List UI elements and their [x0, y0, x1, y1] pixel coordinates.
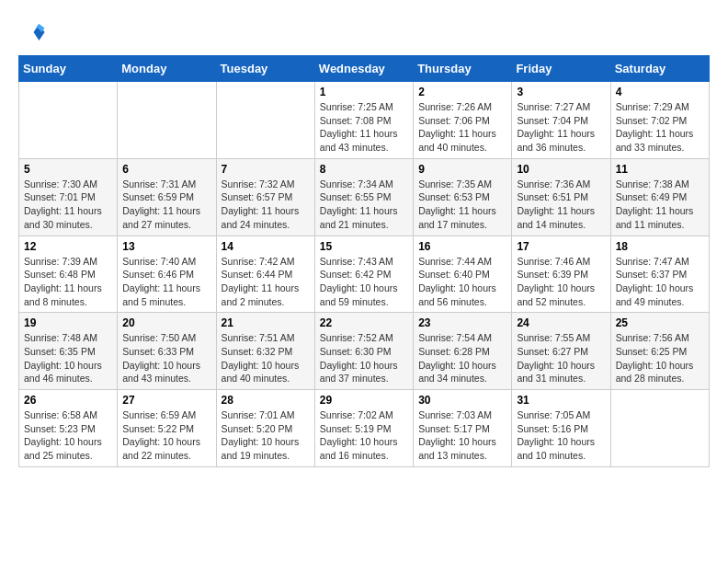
day-cell: 12Sunrise: 7:39 AM Sunset: 6:48 PM Dayli…	[19, 236, 118, 313]
day-cell: 17Sunrise: 7:46 AM Sunset: 6:39 PM Dayli…	[512, 236, 610, 313]
day-info: Sunrise: 7:36 AM Sunset: 6:51 PM Dayligh…	[517, 178, 605, 232]
day-number: 31	[517, 394, 605, 407]
day-cell	[610, 390, 709, 467]
week-row-3: 12Sunrise: 7:39 AM Sunset: 6:48 PM Dayli…	[19, 236, 710, 313]
day-info: Sunrise: 7:26 AM Sunset: 7:06 PM Dayligh…	[418, 100, 506, 155]
day-info: Sunrise: 7:43 AM Sunset: 6:42 PM Dayligh…	[320, 255, 408, 309]
day-number: 24	[517, 316, 605, 329]
day-cell: 26Sunrise: 6:58 AM Sunset: 5:23 PM Dayli…	[19, 390, 118, 467]
day-number: 5	[24, 163, 112, 176]
day-number: 8	[320, 163, 408, 176]
day-number: 20	[122, 316, 210, 329]
day-number: 29	[320, 394, 408, 407]
week-row-2: 5Sunrise: 7:30 AM Sunset: 7:01 PM Daylig…	[19, 158, 710, 236]
day-info: Sunrise: 7:54 AM Sunset: 6:28 PM Dayligh…	[418, 331, 506, 385]
day-number: 11	[616, 163, 704, 176]
day-cell: 14Sunrise: 7:42 AM Sunset: 6:44 PM Dayli…	[216, 236, 314, 313]
day-info: Sunrise: 6:58 AM Sunset: 5:23 PM Dayligh…	[24, 408, 112, 463]
weekday-saturday: Saturday	[610, 56, 709, 82]
day-info: Sunrise: 7:02 AM Sunset: 5:19 PM Dayligh…	[320, 408, 408, 463]
day-info: Sunrise: 7:27 AM Sunset: 7:04 PM Dayligh…	[517, 100, 605, 155]
day-number: 19	[24, 316, 112, 329]
weekday-header-row: SundayMondayTuesdayWednesdayThursdayFrid…	[19, 56, 710, 82]
page-header	[18, 18, 710, 46]
day-cell: 13Sunrise: 7:40 AM Sunset: 6:46 PM Dayli…	[118, 236, 216, 313]
week-row-4: 19Sunrise: 7:48 AM Sunset: 6:35 PM Dayli…	[19, 313, 710, 390]
day-number: 18	[616, 240, 704, 253]
logo	[18, 18, 50, 46]
day-cell: 20Sunrise: 7:50 AM Sunset: 6:33 PM Dayli…	[118, 313, 216, 390]
weekday-wednesday: Wednesday	[314, 56, 413, 82]
day-info: Sunrise: 7:50 AM Sunset: 6:33 PM Dayligh…	[122, 331, 210, 385]
day-info: Sunrise: 7:56 AM Sunset: 6:25 PM Dayligh…	[616, 331, 704, 385]
weekday-sunday: Sunday	[19, 56, 118, 82]
day-cell: 18Sunrise: 7:47 AM Sunset: 6:37 PM Dayli…	[610, 236, 709, 313]
day-info: Sunrise: 7:40 AM Sunset: 6:46 PM Dayligh…	[122, 255, 210, 309]
day-cell: 2Sunrise: 7:26 AM Sunset: 7:06 PM Daylig…	[414, 82, 512, 159]
day-cell: 29Sunrise: 7:02 AM Sunset: 5:19 PM Dayli…	[314, 390, 413, 467]
day-info: Sunrise: 7:01 AM Sunset: 5:20 PM Dayligh…	[222, 408, 310, 463]
day-cell: 25Sunrise: 7:56 AM Sunset: 6:25 PM Dayli…	[610, 313, 709, 390]
day-number: 2	[418, 86, 506, 98]
day-cell	[216, 82, 314, 159]
day-info: Sunrise: 7:05 AM Sunset: 5:16 PM Dayligh…	[517, 408, 605, 463]
day-number: 21	[222, 316, 310, 329]
day-cell: 22Sunrise: 7:52 AM Sunset: 6:30 PM Dayli…	[314, 313, 413, 390]
day-cell: 24Sunrise: 7:55 AM Sunset: 6:27 PM Dayli…	[512, 313, 610, 390]
day-number: 28	[222, 394, 310, 407]
day-number: 6	[122, 163, 210, 176]
day-cell: 31Sunrise: 7:05 AM Sunset: 5:16 PM Dayli…	[512, 390, 610, 467]
day-info: Sunrise: 7:29 AM Sunset: 7:02 PM Dayligh…	[616, 100, 704, 155]
day-number: 4	[616, 86, 704, 98]
day-number: 16	[418, 240, 506, 253]
day-number: 9	[418, 163, 506, 176]
day-cell	[118, 82, 216, 159]
weekday-thursday: Thursday	[414, 56, 512, 82]
weekday-friday: Friday	[512, 56, 610, 82]
day-cell: 16Sunrise: 7:44 AM Sunset: 6:40 PM Dayli…	[414, 236, 512, 313]
day-info: Sunrise: 7:35 AM Sunset: 6:53 PM Dayligh…	[418, 178, 506, 232]
day-number: 27	[122, 394, 210, 407]
day-cell: 3Sunrise: 7:27 AM Sunset: 7:04 PM Daylig…	[512, 82, 610, 159]
day-info: Sunrise: 7:47 AM Sunset: 6:37 PM Dayligh…	[616, 255, 704, 309]
day-cell: 8Sunrise: 7:34 AM Sunset: 6:55 PM Daylig…	[314, 158, 413, 236]
weekday-monday: Monday	[118, 56, 216, 82]
day-cell: 5Sunrise: 7:30 AM Sunset: 7:01 PM Daylig…	[19, 158, 118, 236]
week-row-1: 1Sunrise: 7:25 AM Sunset: 7:08 PM Daylig…	[19, 82, 710, 159]
day-info: Sunrise: 7:46 AM Sunset: 6:39 PM Dayligh…	[517, 255, 605, 309]
day-cell: 1Sunrise: 7:25 AM Sunset: 7:08 PM Daylig…	[314, 82, 413, 159]
day-cell: 15Sunrise: 7:43 AM Sunset: 6:42 PM Dayli…	[314, 236, 413, 313]
day-number: 26	[24, 394, 112, 407]
day-info: Sunrise: 7:30 AM Sunset: 7:01 PM Dayligh…	[24, 178, 112, 232]
day-number: 17	[517, 240, 605, 253]
day-cell: 11Sunrise: 7:38 AM Sunset: 6:49 PM Dayli…	[610, 158, 709, 236]
day-cell: 30Sunrise: 7:03 AM Sunset: 5:17 PM Dayli…	[414, 390, 512, 467]
day-number: 22	[320, 316, 408, 329]
day-cell: 27Sunrise: 6:59 AM Sunset: 5:22 PM Dayli…	[118, 390, 216, 467]
calendar: SundayMondayTuesdayWednesdayThursdayFrid…	[18, 55, 710, 467]
day-cell: 6Sunrise: 7:31 AM Sunset: 6:59 PM Daylig…	[118, 158, 216, 236]
day-info: Sunrise: 7:52 AM Sunset: 6:30 PM Dayligh…	[320, 331, 408, 385]
day-cell: 28Sunrise: 7:01 AM Sunset: 5:20 PM Dayli…	[216, 390, 314, 467]
day-cell: 23Sunrise: 7:54 AM Sunset: 6:28 PM Dayli…	[414, 313, 512, 390]
day-info: Sunrise: 7:51 AM Sunset: 6:32 PM Dayligh…	[222, 331, 310, 385]
day-number: 13	[122, 240, 210, 253]
day-cell: 9Sunrise: 7:35 AM Sunset: 6:53 PM Daylig…	[414, 158, 512, 236]
day-info: Sunrise: 7:39 AM Sunset: 6:48 PM Dayligh…	[24, 255, 112, 309]
day-cell: 4Sunrise: 7:29 AM Sunset: 7:02 PM Daylig…	[610, 82, 709, 159]
day-info: Sunrise: 7:48 AM Sunset: 6:35 PM Dayligh…	[24, 331, 112, 385]
day-cell: 10Sunrise: 7:36 AM Sunset: 6:51 PM Dayli…	[512, 158, 610, 236]
weekday-tuesday: Tuesday	[216, 56, 314, 82]
day-number: 14	[222, 240, 310, 253]
day-number: 30	[418, 394, 506, 407]
day-number: 12	[24, 240, 112, 253]
day-number: 1	[320, 86, 408, 98]
day-info: Sunrise: 7:42 AM Sunset: 6:44 PM Dayligh…	[222, 255, 310, 309]
day-info: Sunrise: 7:31 AM Sunset: 6:59 PM Dayligh…	[122, 178, 210, 232]
day-info: Sunrise: 7:25 AM Sunset: 7:08 PM Dayligh…	[320, 100, 408, 155]
day-info: Sunrise: 7:34 AM Sunset: 6:55 PM Dayligh…	[320, 178, 408, 232]
logo-icon	[18, 18, 46, 46]
day-number: 3	[517, 86, 605, 98]
day-cell	[19, 82, 118, 159]
day-info: Sunrise: 7:55 AM Sunset: 6:27 PM Dayligh…	[517, 331, 605, 385]
